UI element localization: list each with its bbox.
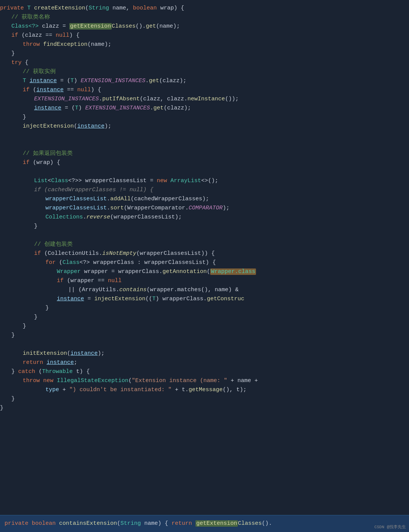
punctuation: = ( [57, 76, 70, 86]
type: Class [51, 176, 68, 186]
string: "Extension instance (name: " [132, 376, 227, 385]
punctuation: <?> wrapperClass : wrapperClassesList) { [80, 258, 216, 267]
keyword: if [23, 158, 33, 167]
punctuation: ); [98, 349, 105, 358]
type: String [120, 520, 141, 527]
punctuation: (name); [156, 22, 180, 31]
type: T [70, 76, 74, 86]
punctuation: wrapper = wrapperClass. [81, 267, 162, 276]
variable: instance [30, 76, 57, 86]
code-line [0, 131, 409, 140]
keyword: private [5, 520, 32, 527]
code-line: type + ") couldn't be instantiated: " + … [0, 385, 409, 395]
keyword: if [34, 249, 44, 258]
variable: wrapperClassesList [45, 195, 107, 204]
type: ArrayList [170, 176, 201, 186]
keyword: return [172, 520, 195, 527]
function-italic: reverse [86, 213, 110, 222]
function: getAnnotation [162, 267, 207, 276]
code-line: throw new IllegalStateException("Extensi… [0, 376, 409, 385]
punctuation: t) { [73, 367, 90, 376]
type: T [27, 4, 34, 13]
punctuation: ( [128, 376, 132, 385]
punctuation: ) [78, 104, 85, 113]
punctuation: } [11, 49, 15, 58]
keyword: new [157, 176, 170, 186]
punctuation: } [45, 304, 49, 313]
punctuation: ( [67, 349, 70, 358]
keyword: if [23, 86, 33, 95]
code-line: if (cachedWrapperClasses != null) { [0, 186, 409, 195]
punctuation: (). [262, 520, 272, 527]
code-line: } [0, 313, 409, 322]
keyword: boolean [32, 520, 59, 527]
keyword: try [11, 58, 25, 67]
type: Class<?> [11, 22, 39, 31]
punctuation: name) { [141, 520, 172, 527]
code-line: if (wrap) { [0, 158, 409, 167]
type: T [75, 104, 78, 113]
type: Wrapper.class [210, 267, 256, 276]
function: putIfAbsent [102, 95, 140, 104]
keyword: if [57, 276, 67, 286]
variable: instance [34, 104, 61, 113]
code-line: // 获取类名称 [0, 13, 409, 22]
function: addAll [110, 195, 131, 204]
code-line: instance = (T) EXTENSION_INSTANCES.get(c… [0, 104, 409, 113]
keyword: null [108, 276, 122, 286]
code-line: } [0, 113, 409, 122]
code-line: return instance; [0, 358, 409, 367]
code-line: throw findException(name); [0, 40, 409, 49]
punctuation: < [48, 176, 51, 186]
punctuation: ); [105, 122, 111, 131]
comment-partial: if (cachedWrapperClasses != null) { [34, 186, 153, 195]
constant: COMPARATOR [189, 204, 223, 213]
punctuation: ( [33, 86, 36, 95]
punctuation: + t. [172, 385, 189, 395]
code-line: // 如果返回包装类 [0, 149, 409, 158]
punctuation: (), t); [223, 385, 247, 395]
punctuation: ( [74, 122, 77, 131]
punctuation: ) [74, 76, 81, 86]
variable: instance [36, 86, 64, 95]
code-line [0, 167, 409, 176]
code-line: } [0, 49, 409, 58]
code-line: wrapperClassesList.addAll(cachedWrapperC… [0, 195, 409, 204]
punctuation: ( [39, 367, 42, 376]
punctuation: <>(); [201, 176, 218, 186]
punctuation: . [99, 95, 102, 104]
bottom-bar-text: private boolean containsExtension(String… [5, 519, 272, 528]
code-line [0, 140, 409, 149]
punctuation: (WrapperComparator. [124, 204, 189, 213]
keyword: throw new [23, 376, 57, 385]
code-line: // 创建包装类 [0, 240, 409, 249]
function: findException [43, 40, 87, 49]
variable: instance [47, 358, 74, 367]
variable: type [45, 385, 59, 395]
keyword: null [56, 31, 69, 40]
keyword: if [11, 31, 22, 40]
function: get [149, 76, 159, 86]
function: getMessage [189, 385, 223, 395]
type: IllegalStateException [57, 376, 128, 385]
type: Throwable [42, 367, 73, 376]
punctuation: . [83, 213, 86, 222]
bottom-bar: private boolean containsExtension(String… [0, 515, 409, 532]
punctuation: (( [145, 295, 152, 304]
comment: // 获取类名称 [11, 13, 50, 22]
function: getConstruc [207, 295, 244, 304]
variable: wrapperClassesList [45, 204, 107, 213]
type: List [34, 176, 48, 186]
punctuation: ( [85, 4, 89, 13]
function: injectExtension [23, 122, 74, 131]
keyword: boolean [133, 4, 157, 13]
variable: instance [57, 295, 84, 304]
constant: EXTENSION_INSTANCES [85, 104, 150, 113]
code-line: try { [0, 58, 409, 67]
variable: instance [70, 349, 98, 358]
function-italic: isNotEmpty [102, 249, 136, 258]
punctuation: = ( [61, 104, 75, 113]
function-italic: contains [119, 286, 147, 295]
watermark: CSDN @找李先生 [374, 524, 406, 530]
punctuation: . [107, 204, 110, 213]
